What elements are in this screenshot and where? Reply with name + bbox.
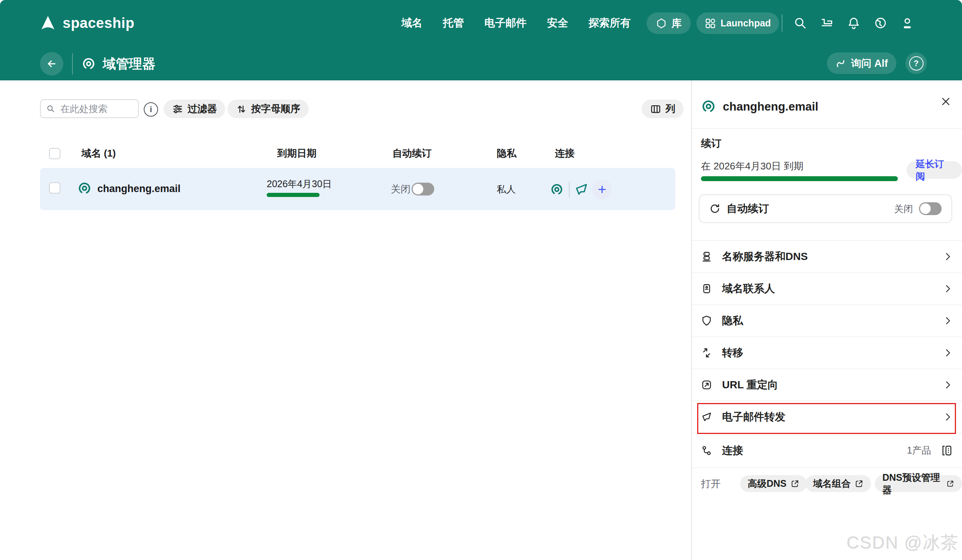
domain-detail-panel: changheng.email 续订 在 2026年4月30日 到期 延长订阅 … [692, 81, 962, 560]
menu-item-url-redirect[interactable]: URL 重定向 [692, 369, 962, 401]
row-auto-renew-toggle[interactable] [412, 182, 434, 195]
close-icon[interactable] [940, 96, 951, 107]
cart-icon[interactable] [820, 16, 834, 30]
extend-subscription-button[interactable]: 延长订阅 [907, 161, 962, 179]
alf-squiggle-icon [835, 58, 847, 69]
ask-alf-button[interactable]: 询问 Alf [827, 52, 896, 74]
library-button[interactable]: 库 [647, 13, 691, 34]
domain-manager-icon [81, 56, 96, 71]
library-label: 库 [671, 16, 682, 30]
external-link-icon [790, 479, 799, 488]
refresh-icon [709, 203, 721, 214]
help-icon: ? [909, 56, 923, 71]
menu-label: 转移 [722, 346, 743, 360]
launchpad-label: Launchpad [721, 18, 771, 29]
search-box[interactable] [40, 99, 139, 118]
nav-hosting[interactable]: 托管 [443, 16, 464, 30]
contacts-icon [701, 283, 712, 294]
chevron-right-icon [943, 252, 953, 261]
menu-item-transfer[interactable]: 转移 [692, 337, 962, 369]
add-connection-button[interactable] [592, 180, 612, 199]
renewal-section-label: 续订 [701, 137, 722, 150]
menu-label: 名称服务器和DNS [722, 249, 808, 264]
transfer-icon [701, 347, 712, 358]
info-icon[interactable]: i [144, 102, 158, 116]
connections-icon [701, 445, 712, 456]
menu-label: 域名联系人 [722, 281, 775, 296]
row-expiry-date: 2026年4月30日 [267, 178, 332, 189]
panel-domain-name: changheng.email [723, 99, 818, 115]
chevron-right-icon [943, 316, 953, 326]
expiry-progress-bar [267, 193, 320, 197]
redirect-icon [701, 379, 712, 391]
menu-label: 隐私 [722, 313, 743, 328]
menu-label: URL 重定向 [722, 378, 778, 392]
auto-renew-toggle[interactable] [919, 202, 942, 215]
nav-explore-all[interactable]: 探索所有 [589, 16, 631, 30]
shield-icon [701, 315, 712, 326]
nameservers-icon [701, 251, 712, 262]
menu-item-domain-contacts[interactable]: 域名联系人 [692, 273, 962, 305]
connections-divider [569, 181, 570, 197]
page-title: 域管理器 [103, 52, 155, 76]
chevron-right-icon [943, 412, 953, 422]
sort-button[interactable]: 按字母顺序 [228, 100, 308, 118]
panel-domain-icon [701, 99, 716, 114]
external-link-icon [946, 479, 954, 488]
email-forwarding-icon [701, 412, 712, 423]
search-input[interactable] [60, 103, 121, 115]
chevron-right-icon [943, 284, 953, 294]
toggle-knob [920, 203, 931, 214]
domain-avatar-icon [77, 181, 92, 195]
nav-security[interactable]: 安全 [547, 16, 568, 30]
hexagon-icon [656, 18, 667, 29]
watermark: CSDN @冰茶 [847, 531, 959, 555]
col-header-expiry[interactable]: 到期日期 [277, 147, 316, 159]
help-button[interactable]: ? [906, 52, 927, 74]
panel-section-divider [692, 128, 962, 129]
row-domain-connection-icon[interactable] [550, 182, 563, 196]
connections-count-badge: 1产品 [907, 444, 931, 457]
menu-item-email-forwarding[interactable]: 电子邮件转发 [692, 401, 962, 433]
email-forwarding-connection-icon[interactable] [574, 182, 589, 197]
nav-domains[interactable]: 域名 [401, 16, 423, 30]
menu-item-privacy[interactable]: 隐私 [692, 305, 962, 337]
col-header-connections[interactable]: 连接 [555, 147, 575, 159]
chevron-right-icon [943, 348, 953, 358]
globe-icon[interactable] [873, 16, 888, 30]
domain-manager-screen: spaceship 域名 托管 电子邮件 安全 探索所有 库 Launchpad [0, 0, 962, 560]
auto-renew-label: 自动续订 [726, 202, 769, 216]
auto-renew-state: 关闭 [894, 203, 913, 215]
back-button[interactable] [40, 52, 63, 76]
chevron-right-icon [943, 380, 953, 390]
ask-alf-label: 询问 Alf [851, 56, 888, 70]
dns-preset-manager-link[interactable]: DNS预设管理器 [875, 475, 962, 492]
toggle-knob [413, 184, 423, 194]
columns-label: 列 [665, 102, 675, 115]
search-input-icon [46, 104, 55, 113]
account-icon[interactable] [900, 16, 914, 30]
launchpad-button[interactable]: Launchpad [696, 13, 779, 34]
search-icon[interactable] [793, 16, 807, 30]
external-link-icon [854, 479, 864, 488]
row-checkbox[interactable] [49, 182, 60, 194]
advanced-dns-link[interactable]: 高级DNS [740, 475, 807, 492]
menu-item-connections[interactable]: 连接 1产品 [692, 433, 962, 468]
products-panel-icon[interactable] [941, 445, 953, 457]
menu-label: 连接 [722, 444, 743, 458]
select-all-checkbox[interactable] [49, 148, 60, 159]
bell-icon[interactable] [847, 16, 861, 30]
header-divider [72, 53, 73, 74]
col-header-domain[interactable]: 域名 (1) [81, 147, 116, 159]
row-auto-renew-state: 关闭 [391, 183, 410, 195]
filter-button[interactable]: 过滤器 [164, 100, 225, 118]
nav-email[interactable]: 电子邮件 [484, 16, 527, 30]
row-domain-name[interactable]: changheng.email [97, 182, 181, 195]
menu-item-nameservers-dns[interactable]: 名称服务器和DNS [692, 240, 962, 273]
col-header-privacy[interactable]: 隐私 [497, 147, 517, 159]
spaceship-logo[interactable]: spaceship [39, 0, 134, 46]
open-label: 打开 [701, 478, 721, 490]
domain-portfolio-link[interactable]: 域名组合 [805, 475, 871, 492]
columns-button[interactable]: 列 [642, 100, 684, 118]
col-header-auto-renew[interactable]: 自动续订 [392, 147, 432, 159]
